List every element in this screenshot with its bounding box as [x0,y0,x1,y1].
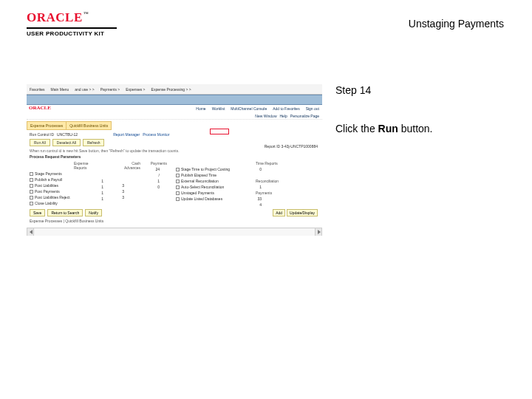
step-label: Step 14 [335,84,507,96]
val: 1 [98,197,103,201]
val: 1 [149,179,160,183]
run-button-highlight [210,129,229,134]
section-header: Process Request Parameters [30,154,319,159]
instruction-note: When run control id is new hit Save butt… [30,149,319,153]
cb-label: Close Liability [35,201,58,205]
deselect-all-button[interactable]: Deselect All [52,139,81,146]
run-control-row: Run Control ID UNCTBU-12 Report Manager … [27,132,322,137]
cb-label: Publish a Payroll [35,177,62,182]
brand: ORACLE™ USER PRODUCTIVITY KIT [27,10,117,37]
addto-link[interactable]: Add to Favorites [273,106,299,111]
checkbox[interactable] [176,174,180,177]
add-update: Add Update/Display [273,209,318,216]
scroll-track[interactable] [34,228,315,236]
col-header: Payments [149,161,167,166]
cb-label: External Reconciliation [181,179,219,183]
checkbox[interactable] [30,190,33,194]
inst-post: button. [398,123,433,134]
cb-label: Update Listed Databases [181,197,222,201]
breadcrumb: Payments > [100,87,120,92]
bottom-actions: Save Return to Search Notify Add Update/… [30,209,319,216]
checkbox[interactable] [30,184,33,188]
personalize-link[interactable]: Personalize Page [290,114,319,118]
instruction-panel: Step 14 Click the Run button. [335,84,507,134]
checkbox[interactable] [176,180,180,183]
nav-favorites[interactable]: Favorites [30,87,45,92]
checkbox[interactable] [30,202,33,205]
val: 4 [256,202,262,207]
brand-divider [27,27,117,29]
breadcrumb: Expenses > [126,87,145,92]
run-control-value: UNCTBU-12 [57,132,78,137]
val: 33 [256,197,262,201]
val: 0 [149,185,160,189]
val: 0 [256,167,262,171]
multichannel-link[interactable]: MultiChannel Console [231,106,267,111]
oracle-nav [27,95,322,105]
run-control-label: Run Control ID [30,132,54,137]
page-tabs: Expense Processes Quickfill Business Uni… [27,121,322,130]
val: 1 [98,191,103,195]
breadcrumb: and use > > [75,87,94,92]
inst-bold: Run [378,123,398,134]
report-manager-link[interactable]: Report Manager [113,132,140,137]
cb-label: Post Liabilities [35,183,58,188]
scroll-right-icon[interactable] [315,228,322,236]
process-monitor-link[interactable]: Process Monitor [143,132,169,137]
checkbox[interactable] [176,185,180,189]
tab-links: Expense Processes | Quickfill Business U… [30,219,319,223]
col-header: Reconciliation [256,179,287,183]
run-all-button[interactable]: Run All [30,139,50,146]
oracle-logo: ORACLE™ [27,10,117,25]
cb-label: Post Payments [35,189,60,194]
col-header: Payments [256,191,287,195]
checkbox[interactable] [176,197,180,201]
val: 1 [256,185,262,189]
instruction-text: Click the Run button. [335,123,507,134]
col-header: Expense Reports [74,161,89,170]
checkbox[interactable] [30,172,33,176]
nav-mainmenu[interactable]: Main Menu [51,87,69,92]
return-button[interactable]: Return to Search [47,209,83,216]
val: 3 [118,189,124,194]
cb-label: Auto-Select Reconciliation [181,185,224,189]
brand-subtitle: USER PRODUCTIVITY KIT [27,30,117,37]
h-scrollbar[interactable] [27,228,322,235]
page-tools: New Window Help Personalize Page [27,112,322,120]
cb-label: Stage Payments [35,171,62,176]
val: 3 [118,183,124,188]
param-grid: Expense Reports Stage Payments Publish a… [27,160,322,207]
new-window-link[interactable]: New Window [255,114,276,118]
signout-link[interactable]: Sign out [306,106,319,111]
top-menu: Home Worklist MultiChannel Console Add t… [27,105,322,112]
tab-expense-processes[interactable]: Expense Processes [27,121,66,130]
cb-label: Unstaged Payments [181,191,214,195]
cb-label: Publish Elapsed Time [181,173,216,177]
breadcrumb: Expense Processing > > [151,87,191,92]
cb-label: Post Liabilities Reject [35,195,70,200]
update-button[interactable]: Update/Display [287,209,318,216]
page-title: Unstaging Payments [409,18,504,30]
val: 24 [149,167,160,171]
val: 1 [98,179,103,183]
val: 3 [118,195,124,200]
home-link[interactable]: Home [196,106,205,111]
worklist-link[interactable]: Worklist [212,106,225,111]
app-screenshot: Favorites Main Menu and use > > Payments… [27,84,322,235]
tab-quickfill[interactable]: Quickfill Business Units [66,121,112,130]
refresh-button[interactable]: Refresh [83,139,105,146]
checkbox[interactable] [176,191,180,195]
checkbox[interactable] [30,178,33,182]
breadcrumb-bar: Favorites Main Menu and use > > Payments… [27,84,322,95]
notify-button[interactable]: Notify [85,209,102,216]
scroll-left-icon[interactable] [27,228,34,236]
add-button[interactable]: Add [273,209,285,216]
inst-pre: Click the [335,123,378,134]
checkbox[interactable] [176,168,180,171]
checkbox[interactable] [30,196,33,200]
col-header: Cash Advances [118,161,140,170]
help-link[interactable]: Help [280,114,287,118]
report-id: Report ID 3-43j-UNCTP1000884 [265,144,318,149]
save-button[interactable]: Save [30,209,45,216]
val: / [149,173,160,177]
